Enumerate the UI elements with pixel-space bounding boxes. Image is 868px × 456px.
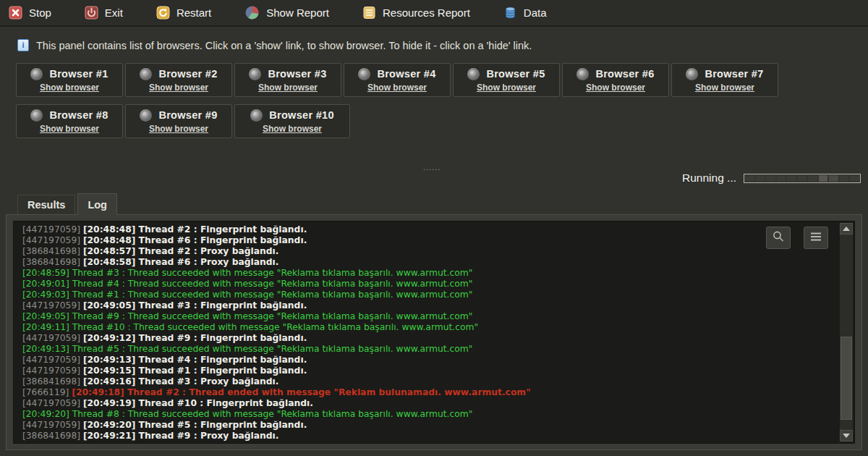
log-line: [447197059] [20:49:19] Thread #10 : Fing… — [22, 398, 767, 409]
document-lines-icon — [362, 6, 376, 20]
resources-report-button[interactable]: Resources Report — [362, 6, 470, 20]
log-lines: [447197059] [20:48:48] Thread #2 : Finge… — [22, 224, 767, 442]
browser-sphere-icon — [576, 68, 589, 80]
progress-segment — [840, 175, 849, 182]
show-browser-link[interactable]: Show browser — [477, 83, 536, 93]
log-line-id: [386841698] — [22, 257, 83, 267]
browser-card-label: Browser #6 — [595, 68, 654, 80]
log-line-message: [20:49:03] Thread #1 : Thread succeeded … — [22, 290, 472, 300]
data-button[interactable]: Data — [503, 6, 547, 20]
progress-segment — [808, 175, 817, 182]
show-browser-link[interactable]: Show browser — [40, 83, 99, 93]
browser-card-label: Browser #9 — [158, 109, 217, 121]
log-line-id: [386841698] — [22, 376, 83, 387]
log-line: [7666119] [20:49:18] Thread #2 : Thread … — [22, 387, 767, 398]
database-icon — [503, 6, 517, 20]
browser-sphere-icon — [140, 68, 152, 80]
browser-card-label: Browser #10 — [269, 109, 334, 121]
browser-card[interactable]: Browser #8Show browser — [16, 104, 123, 138]
tab-log[interactable]: Log — [77, 193, 117, 215]
show-browser-link[interactable]: Show browser — [695, 83, 754, 93]
restart-button[interactable]: Restart — [156, 6, 211, 20]
log-line: [447197059] [20:48:48] Thread #6 : Finge… — [22, 235, 767, 246]
log-line-message: [20:49:05] Thread #9 : Thread succeeded … — [22, 311, 472, 321]
browser-card[interactable]: Browser #5Show browser — [453, 63, 560, 97]
browser-card-label: Browser #5 — [486, 68, 545, 80]
toolbar: Stop Exit Restart Show Report Resources … — [0, 0, 868, 27]
progress-segment — [798, 175, 807, 182]
browser-sphere-icon — [358, 68, 370, 80]
progress-segment — [745, 175, 754, 182]
stop-label: Stop — [29, 7, 51, 19]
browser-card[interactable]: Browser #6Show browser — [562, 63, 669, 97]
browser-card-label: Browser #3 — [268, 68, 326, 80]
show-browser-link[interactable]: Show browser — [263, 124, 322, 134]
log-scrollbar[interactable] — [840, 223, 853, 442]
log-line-message: [20:49:20] Thread #5 : Fingerprint bağla… — [83, 420, 307, 430]
show-browser-link[interactable]: Show browser — [586, 83, 645, 93]
log-line: [20:49:03] Thread #1 : Thread succeeded … — [22, 290, 767, 300]
browser-card[interactable]: Browser #10Show browser — [234, 104, 350, 138]
show-report-button[interactable]: Show Report — [244, 5, 329, 20]
browser-sphere-icon — [250, 109, 263, 122]
log-line-message: [20:48:57] Thread #2 : Proxy bağlandı. — [83, 246, 279, 256]
status-dots: ...... — [423, 163, 441, 172]
show-browser-link[interactable]: Show browser — [40, 124, 99, 134]
data-label: Data — [524, 7, 547, 19]
browser-card-label: Browser #1 — [49, 68, 108, 80]
menu-button[interactable] — [804, 227, 828, 249]
browser-sphere-icon — [467, 68, 480, 80]
log-line-message: [20:49:19] Thread #10 : Fingerprint bağl… — [83, 398, 313, 408]
log-line-id: [447197059] — [22, 300, 83, 311]
log-line-id: [447197059] — [22, 333, 83, 343]
info-row: i This panel contains list of browsers. … — [17, 39, 532, 51]
browser-card[interactable]: Browser #4Show browser — [344, 63, 451, 97]
scrollbar-thumb[interactable] — [841, 337, 852, 420]
log-line-id: [447197059] — [22, 366, 83, 376]
log-line: [386841698] [20:49:16] Thread #3 : Proxy… — [22, 376, 767, 387]
browser-card[interactable]: Browser #3Show browser — [234, 63, 341, 97]
app-window: Stop Exit Restart Show Report Resources … — [0, 0, 868, 456]
search-button[interactable] — [766, 227, 791, 249]
browser-card[interactable]: Browser #7Show browser — [671, 63, 778, 97]
browser-card[interactable]: Browser #2Show browser — [125, 63, 232, 97]
log-line-message: [20:49:13] Thread #4 : Fingerprint bağla… — [83, 355, 307, 365]
log-line: [447197059] [20:49:15] Thread #1 : Finge… — [22, 366, 767, 376]
log-line: [386841698] [20:48:57] Thread #2 : Proxy… — [22, 246, 767, 257]
scroll-up-button[interactable] — [840, 223, 853, 235]
progress-segment — [777, 175, 786, 182]
browser-sphere-icon — [249, 68, 261, 80]
show-browser-link[interactable]: Show browser — [149, 83, 208, 93]
browser-card[interactable]: Browser #1Show browser — [16, 63, 123, 97]
browser-card[interactable]: Browser #9Show browser — [125, 104, 232, 138]
log-line: [20:49:20] Thread #8 : Thread succeeded … — [22, 409, 767, 420]
log-line-message: [20:49:11] Thread #10 : Thread succeeded… — [22, 322, 478, 332]
log-line: [447197059] [20:48:48] Thread #2 : Finge… — [22, 224, 767, 235]
progress-segment — [850, 175, 859, 182]
log-line-message: [20:49:20] Thread #8 : Thread succeeded … — [22, 409, 472, 419]
log-line: [386841698] [20:48:58] Thread #6 : Proxy… — [22, 257, 767, 268]
show-browser-link[interactable]: Show browser — [258, 83, 318, 93]
browser-sphere-icon — [30, 109, 43, 122]
browser-card-label: Browser #8 — [49, 109, 108, 121]
show-browser-link[interactable]: Show browser — [367, 83, 427, 93]
arrow-up-icon — [843, 227, 850, 231]
hamburger-menu-icon — [809, 232, 822, 245]
progress-bar — [744, 174, 861, 183]
progress-segment — [756, 175, 765, 182]
log-line-id: [386841698] — [22, 246, 83, 256]
scroll-down-button[interactable] — [840, 430, 853, 442]
log-line-id: [386841698] — [22, 431, 83, 441]
restart-label: Restart — [176, 7, 211, 19]
log-line-message: [20:49:05] Thread #3 : Fingerprint bağla… — [83, 300, 307, 311]
restart-icon — [156, 6, 170, 20]
stop-button[interactable]: Stop — [9, 6, 51, 20]
exit-button[interactable]: Exit — [85, 6, 123, 20]
exit-icon — [85, 6, 98, 20]
tab-results[interactable]: Results — [17, 195, 75, 215]
show-browser-link[interactable]: Show browser — [149, 124, 208, 134]
log-line-message: [20:49:01] Thread #4 : Thread succeeded … — [22, 279, 472, 289]
progress-segment — [787, 175, 796, 182]
log-line: [20:48:59] Thread #3 : Thread succeeded … — [22, 268, 767, 279]
browser-sphere-icon — [686, 68, 698, 80]
